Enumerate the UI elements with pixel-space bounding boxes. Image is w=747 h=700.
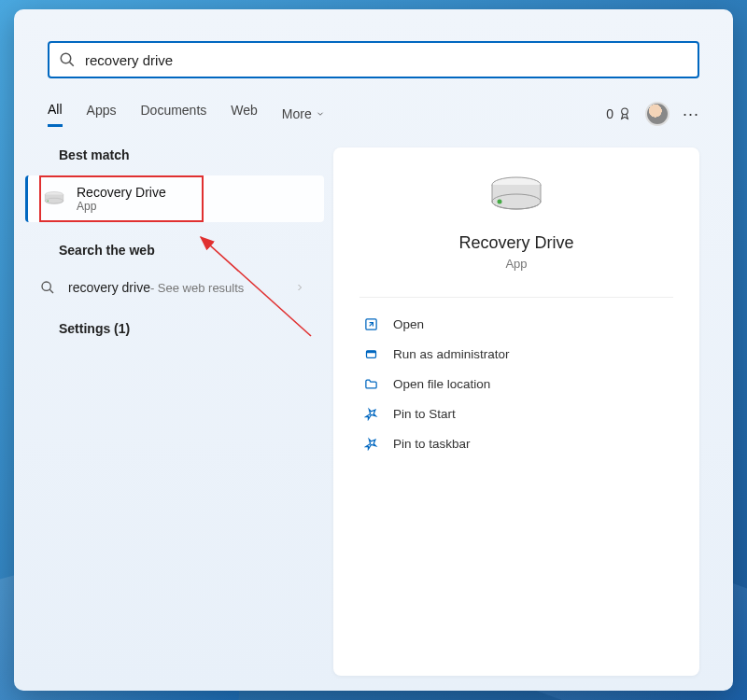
- rewards-count: 0: [606, 106, 613, 121]
- action-label: Pin to Start: [393, 407, 456, 421]
- detail-subtitle: App: [505, 257, 527, 271]
- web-header: Search the web: [59, 243, 324, 258]
- action-label: Open file location: [393, 377, 490, 391]
- detail-title: Recovery Drive: [458, 233, 573, 253]
- pin-icon: [364, 407, 378, 421]
- tab-web[interactable]: Web: [231, 103, 258, 125]
- action-pin-start[interactable]: Pin to Start: [359, 399, 673, 428]
- svg-point-2: [622, 108, 628, 115]
- open-icon: [364, 317, 378, 331]
- action-label: Run as administrator: [393, 347, 510, 361]
- search-bar[interactable]: [48, 41, 699, 78]
- action-label: Pin to taskbar: [393, 437, 471, 451]
- action-pin-taskbar[interactable]: Pin to taskbar: [359, 428, 673, 458]
- action-open-location[interactable]: Open file location: [359, 369, 673, 399]
- rewards-button[interactable]: 0: [606, 106, 632, 121]
- tab-more[interactable]: More: [282, 106, 325, 121]
- search-icon: [40, 280, 55, 295]
- action-list: Open Run as administrator Open file loca…: [333, 298, 699, 469]
- best-match-header: Best match: [59, 147, 324, 162]
- web-query-text: recovery drive: [68, 280, 150, 295]
- result-title: Recovery Drive: [77, 185, 166, 200]
- action-open[interactable]: Open: [359, 309, 673, 339]
- drive-icon: [43, 190, 65, 207]
- settings-header[interactable]: Settings (1): [59, 321, 324, 336]
- web-query-suffix: - See web results: [150, 281, 244, 295]
- svg-point-6: [42, 282, 50, 290]
- action-label: Open: [393, 317, 424, 331]
- pin-icon: [364, 437, 378, 451]
- svg-line-1: [70, 63, 74, 66]
- chevron-down-icon: [316, 109, 325, 119]
- svg-point-0: [61, 53, 71, 63]
- svg-rect-13: [366, 350, 375, 353]
- shield-icon: [364, 347, 378, 361]
- detail-pane: Recovery Drive App Open Run as administr…: [333, 147, 699, 676]
- svg-line-7: [49, 289, 53, 293]
- search-icon: [59, 51, 76, 68]
- chevron-right-icon: [294, 282, 305, 293]
- medal-icon: [617, 106, 632, 121]
- folder-icon: [364, 377, 378, 391]
- web-result-item[interactable]: recovery drive - See web results: [25, 271, 324, 304]
- more-menu[interactable]: ···: [683, 105, 699, 124]
- search-panel: All Apps Documents Web More 0 ··· Best m…: [14, 9, 733, 691]
- tab-documents[interactable]: Documents: [140, 103, 206, 125]
- svg-point-10: [498, 200, 502, 204]
- results-column: Best match Recovery Drive App Search the…: [25, 147, 324, 676]
- best-match-item[interactable]: Recovery Drive App: [25, 175, 324, 222]
- user-avatar[interactable]: [645, 102, 669, 126]
- drive-icon: [486, 175, 546, 217]
- tabs-row: All Apps Documents Web More 0 ···: [48, 97, 699, 131]
- tab-all[interactable]: All: [48, 102, 63, 127]
- result-subtitle: App: [77, 200, 166, 213]
- search-input[interactable]: [85, 52, 688, 68]
- tab-apps[interactable]: Apps: [87, 103, 117, 125]
- svg-point-5: [48, 201, 49, 203]
- action-run-admin[interactable]: Run as administrator: [359, 339, 673, 369]
